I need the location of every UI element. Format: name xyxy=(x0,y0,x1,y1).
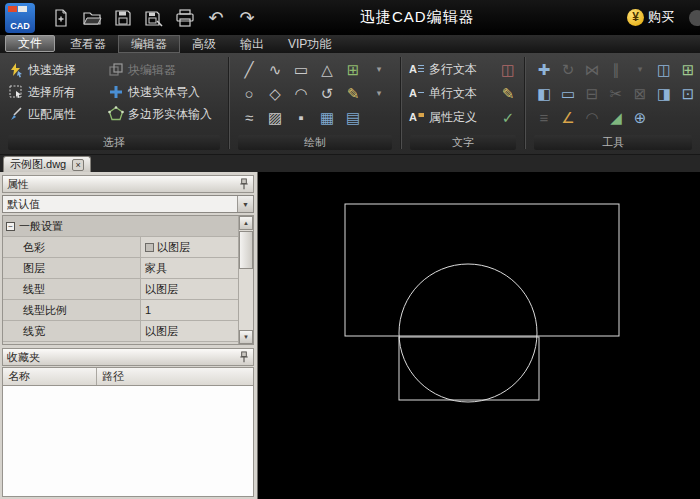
trim-icon[interactable]: ◧ xyxy=(532,81,556,105)
quick-import-button[interactable]: 快速实体导入 xyxy=(106,81,224,103)
line-icon[interactable]: ╱ xyxy=(236,57,262,81)
scroll-down-icon[interactable]: ▼ xyxy=(239,330,253,344)
save-as-button[interactable] xyxy=(142,5,166,31)
chevron-down-icon[interactable]: ▼ xyxy=(237,196,253,212)
group-label-text: 文字 xyxy=(410,135,516,150)
circle-icon[interactable]: ○ xyxy=(236,81,262,105)
extend-icon[interactable]: ▭ xyxy=(556,81,580,105)
drawing-canvas[interactable] xyxy=(258,172,700,499)
save-as-icon xyxy=(144,8,164,28)
quick-import-icon xyxy=(108,84,124,100)
print-button[interactable] xyxy=(173,5,197,31)
ellipse-icon[interactable]: ◇ xyxy=(262,81,288,105)
hatch-icon[interactable]: ▨ xyxy=(262,105,288,129)
join-icon[interactable]: ⊠ xyxy=(628,81,652,105)
new-file-button[interactable] xyxy=(49,5,73,31)
undo-icon: ↶ xyxy=(208,9,223,27)
grid-icon[interactable]: ▤ xyxy=(340,105,366,129)
polygon-icon[interactable]: △ xyxy=(314,57,340,81)
layers-icon[interactable]: ≡ xyxy=(532,105,556,129)
pin-icon[interactable] xyxy=(239,178,249,191)
menu-advanced[interactable]: 高级 xyxy=(180,35,228,53)
arc-icon[interactable]: ◠ xyxy=(288,81,314,105)
block-editor-button[interactable]: 块编辑器 xyxy=(106,59,224,81)
preset-dropdown[interactable]: 默认值 ▼ xyxy=(2,195,254,213)
app-logo[interactable]: CAD xyxy=(5,3,35,33)
save-button[interactable] xyxy=(111,5,135,31)
edit-text-icon[interactable]: ✎ xyxy=(498,81,518,105)
property-value[interactable]: 家具 xyxy=(141,258,238,278)
single-line-text-button[interactable]: A 单行文本 xyxy=(408,81,477,105)
rect-shape[interactable] xyxy=(345,204,619,336)
offset-icon[interactable]: ∥ xyxy=(604,57,628,81)
match-properties-button[interactable]: 匹配属性 xyxy=(6,103,106,125)
attribute-definition-button[interactable]: A 属性定义 xyxy=(408,105,477,129)
save-icon xyxy=(113,8,133,28)
break-icon[interactable]: ⊟ xyxy=(580,81,604,105)
menu-viewer[interactable]: 查看器 xyxy=(58,35,118,53)
tab-example-drawing[interactable]: 示例图.dwg × xyxy=(3,156,91,172)
select-all-button[interactable]: 选择所有 xyxy=(6,81,106,103)
group-label-select: 选择 xyxy=(8,135,220,150)
copy-right-icon[interactable]: ◨ xyxy=(652,81,676,105)
multiline-text-button[interactable]: A 多行文本 xyxy=(408,57,477,81)
circle-shape[interactable] xyxy=(399,264,537,402)
rotate-icon[interactable]: ↻ xyxy=(556,57,580,81)
tab-close-button[interactable]: × xyxy=(72,159,84,171)
measure-area-icon[interactable]: ◢ xyxy=(604,105,628,129)
table-icon[interactable]: ▦ xyxy=(314,105,340,129)
polyline-icon[interactable]: ∿ xyxy=(262,57,288,81)
drawing-svg[interactable] xyxy=(258,172,700,499)
undo-button[interactable]: ↶ xyxy=(204,5,228,31)
paste-special-icon[interactable]: ⊡ xyxy=(676,81,700,105)
revision-cloud-icon[interactable]: ↺ xyxy=(314,81,340,105)
rect-shape[interactable] xyxy=(399,337,539,400)
id-point-icon[interactable]: ⊕ xyxy=(628,105,652,129)
array-dropdown-icon[interactable]: ▾ xyxy=(628,57,652,81)
paste-icon[interactable]: ⊞ xyxy=(676,57,700,81)
redo-button[interactable]: ↷ xyxy=(235,5,259,31)
draw-more-dropdown-icon[interactable]: ▾ xyxy=(366,57,392,81)
menu-vip[interactable]: VIP功能 xyxy=(276,35,343,53)
property-grid-scrollbar[interactable]: ▲ ▼ xyxy=(238,216,253,344)
rectangle-icon[interactable]: ▭ xyxy=(288,57,314,81)
favorites-column-name[interactable]: 名称 xyxy=(3,368,97,385)
insert-block-icon[interactable]: ⊞ xyxy=(340,57,366,81)
split-icon[interactable]: ✂ xyxy=(604,81,628,105)
select-all-icon xyxy=(8,84,24,100)
measure-arc-icon[interactable]: ◠ xyxy=(580,105,604,129)
collapse-icon[interactable]: − xyxy=(6,222,15,231)
window-title: 迅捷CAD编辑器 xyxy=(360,8,475,27)
property-value[interactable]: 以图层 xyxy=(141,237,238,257)
pin-icon[interactable] xyxy=(239,351,249,364)
menubar: 文件 查看器 编辑器 高级 输出 VIP功能 xyxy=(0,35,700,53)
property-value[interactable]: 以图层 xyxy=(141,279,238,299)
move-icon[interactable]: ✚ xyxy=(532,57,556,81)
mirror-icon[interactable]: ⋈ xyxy=(580,57,604,81)
open-file-button[interactable] xyxy=(80,5,104,31)
svg-text:A: A xyxy=(409,87,417,99)
property-label: 图层 xyxy=(3,258,141,278)
scroll-up-icon[interactable]: ▲ xyxy=(239,216,253,230)
polygon-input-button[interactable]: 多边形实体输入 xyxy=(106,103,224,125)
quick-select-button[interactable]: 快速选择 xyxy=(6,59,106,81)
measure-angle-icon[interactable]: ∠ xyxy=(556,105,580,129)
arc-more-dropdown-icon[interactable]: ▾ xyxy=(366,81,392,105)
property-value[interactable]: 以图层 xyxy=(141,321,238,341)
wave-icon[interactable]: ≈ xyxy=(236,105,262,129)
scrollbar-thumb[interactable] xyxy=(239,231,253,269)
menu-file[interactable]: 文件 xyxy=(5,35,55,52)
property-value[interactable]: 1 xyxy=(141,300,238,320)
color-swatch xyxy=(145,243,154,252)
sketch-icon[interactable]: ✎ xyxy=(340,81,366,105)
titlebar-partial-icon[interactable] xyxy=(689,10,700,26)
point-icon[interactable]: ▪ xyxy=(288,105,314,129)
menu-output[interactable]: 输出 xyxy=(228,35,276,53)
find-text-icon[interactable]: ◫ xyxy=(498,57,518,81)
redo-icon: ↷ xyxy=(239,9,254,27)
spell-check-icon[interactable]: ✓ xyxy=(498,105,518,129)
copy-icon[interactable]: ◫ xyxy=(652,57,676,81)
favorites-column-path[interactable]: 路径 xyxy=(97,368,253,385)
buy-button[interactable]: ¥ 购买 xyxy=(627,8,674,26)
menu-editor[interactable]: 编辑器 xyxy=(118,35,180,53)
